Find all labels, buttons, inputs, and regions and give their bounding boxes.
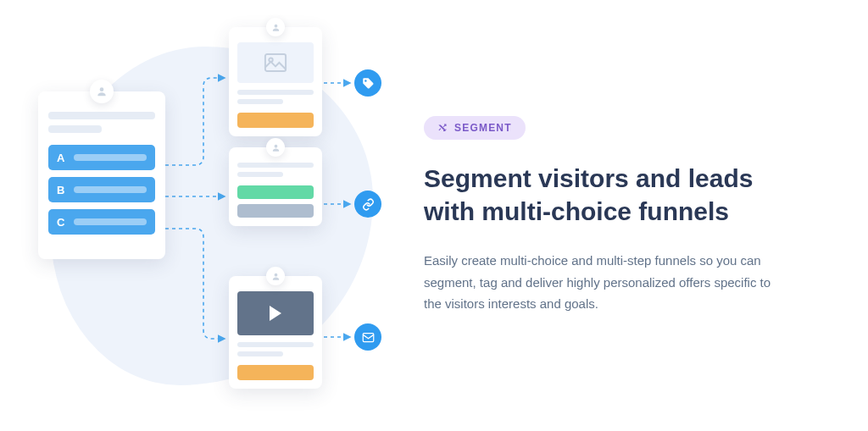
option-a: A: [48, 145, 155, 170]
person-icon: [266, 267, 285, 285]
text-placeholder: [237, 342, 314, 347]
text-placeholder: [237, 351, 283, 356]
svg-point-1: [274, 24, 277, 27]
shuffle-icon: [437, 123, 448, 133]
cta-button-placeholder: [237, 113, 314, 128]
segment-pill: SEGMENT: [424, 116, 526, 140]
play-icon: [237, 291, 314, 335]
option-b: B: [48, 177, 155, 202]
option-c: C: [48, 209, 155, 235]
tag-icon: [354, 69, 381, 97]
text-placeholder: [48, 125, 102, 133]
branch-card-image: [229, 27, 322, 136]
quiz-card: A B C: [38, 91, 165, 259]
feature-description: Easily create multi-choice and multi-ste…: [424, 250, 780, 315]
text-placeholder: [48, 112, 155, 119]
text-placeholder: [237, 99, 283, 104]
text-content: SEGMENT Segment visitors and leads with …: [424, 116, 814, 315]
text-placeholder: [237, 90, 314, 95]
button-placeholder-green: [237, 185, 314, 199]
person-icon: [266, 18, 285, 36]
feature-heading: Segment visitors and leads with multi-ch…: [424, 162, 780, 228]
image-icon: [237, 42, 314, 83]
text-placeholder: [237, 172, 283, 177]
person-icon: [266, 138, 285, 157]
button-placeholder-gray: [237, 204, 314, 218]
text-placeholder: [237, 163, 314, 168]
branch-card-video: [229, 276, 322, 389]
svg-point-5: [274, 273, 277, 276]
link-icon: [354, 191, 381, 218]
mail-icon: [354, 323, 381, 351]
branch-card-buttons: [229, 147, 322, 226]
svg-rect-2: [265, 54, 286, 71]
svg-point-4: [274, 144, 277, 147]
person-icon: [90, 80, 114, 103]
cta-button-placeholder: [237, 365, 314, 380]
svg-rect-6: [363, 333, 374, 341]
svg-point-0: [100, 87, 104, 91]
pill-label: SEGMENT: [454, 122, 512, 134]
funnel-diagram: A B C: [0, 0, 424, 431]
